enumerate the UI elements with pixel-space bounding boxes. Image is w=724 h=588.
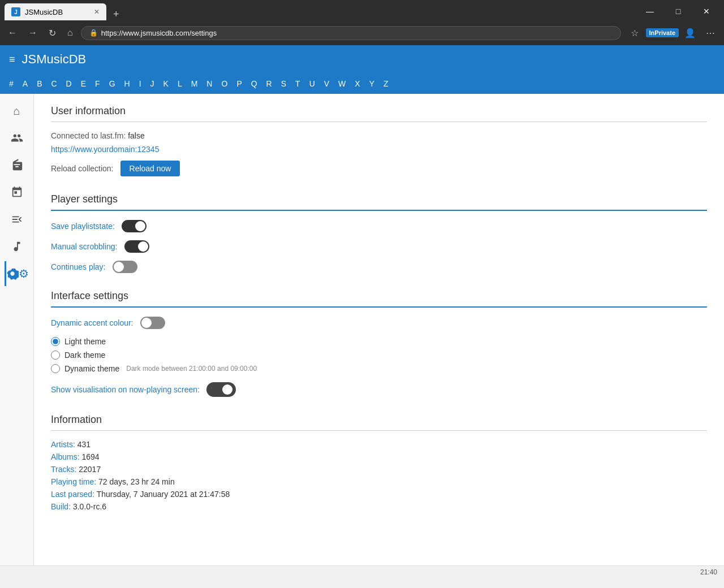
main-area: ⌂ ⚙	[0, 94, 724, 565]
interface-settings-section: Interface settings Dynamic accent colour…	[51, 290, 707, 397]
light-theme-radio[interactable]	[51, 337, 60, 346]
visualisation-label: Show visualisation on now-playing screen…	[51, 385, 200, 394]
reload-label: Reload collection:	[51, 164, 114, 173]
maximize-button[interactable]: □	[665, 2, 691, 20]
browser-actions: ☆ InPrivate 👤 ⋯	[626, 24, 719, 42]
address-bar: ← → ↻ ⌂ 🔒 https://www.jsmusicdb.com/sett…	[0, 20, 724, 45]
continues-play-toggle[interactable]	[113, 261, 137, 273]
dynamic-accent-label: Dynamic accent colour:	[51, 318, 133, 327]
user-info-title: User information	[51, 105, 707, 117]
alpha-nav-item-B[interactable]: B	[32, 77, 46, 90]
alpha-nav-item-I[interactable]: I	[135, 77, 146, 90]
lock-icon: 🔒	[89, 29, 98, 37]
albums-label: Albums:	[51, 452, 81, 461]
domain-row: https://www.yourdomain:12345	[51, 145, 707, 154]
information-section: Information Artists: 431 Albums: 1694 Tr…	[51, 414, 707, 511]
lastfm-value: false	[128, 131, 145, 140]
forward-button[interactable]: →	[25, 25, 41, 40]
alpha-nav-item-N[interactable]: N	[202, 77, 217, 90]
alpha-nav-item-M[interactable]: M	[187, 77, 202, 90]
interface-settings-title: Interface settings	[51, 290, 707, 302]
alpha-nav-item-T[interactable]: T	[291, 77, 305, 90]
alpha-nav-item-P[interactable]: P	[232, 77, 246, 90]
favorites-icon[interactable]: ☆	[626, 24, 644, 42]
back-button[interactable]: ←	[5, 25, 20, 40]
build-value: 3.0.0-rc.6	[73, 502, 106, 511]
alpha-nav-item-F[interactable]: F	[90, 77, 105, 90]
sidebar-item-users[interactable]	[5, 126, 29, 150]
save-playliststate-toggle[interactable]	[122, 220, 146, 232]
home-button[interactable]: ⌂	[64, 25, 76, 40]
artists-label: Artists:	[51, 440, 77, 449]
last-parsed-label: Last parsed:	[51, 490, 97, 499]
save-playliststate-label: Save playliststate:	[51, 222, 115, 231]
dark-theme-row: Dark theme	[51, 351, 707, 360]
tab-close-button[interactable]: ✕	[94, 8, 100, 16]
alpha-nav-item-L[interactable]: L	[173, 77, 187, 90]
dynamic-accent-toggle[interactable]	[140, 317, 165, 329]
alpha-nav-item-W[interactable]: W	[334, 77, 350, 90]
settings-content: User information Connected to last.fm: f…	[34, 94, 724, 565]
alpha-nav-item-O[interactable]: O	[217, 77, 232, 90]
alpha-nav-item-G[interactable]: G	[105, 77, 120, 90]
playing-time-row: Playing time: 72 days, 23 hr 24 min	[51, 477, 707, 486]
refresh-button[interactable]: ↻	[45, 25, 59, 41]
active-tab[interactable]: J JSMusicDB ✕	[5, 3, 106, 20]
artists-value: 431	[77, 440, 90, 449]
alpha-nav-item-U[interactable]: U	[305, 77, 320, 90]
sidebar-item-playlist[interactable]	[5, 207, 29, 232]
alpha-nav-item-A[interactable]: A	[18, 77, 32, 90]
dark-theme-label[interactable]: Dark theme	[64, 351, 105, 360]
alpha-nav-item-J[interactable]: J	[146, 77, 159, 90]
tracks-label: Tracks:	[51, 465, 79, 474]
dynamic-theme-radio[interactable]	[51, 364, 60, 373]
domain-url[interactable]: https://www.yourdomain:12345	[51, 145, 159, 154]
alpha-nav-item-Z[interactable]: Z	[379, 77, 393, 90]
visualisation-toggle[interactable]	[206, 382, 236, 397]
light-theme-row: Light theme	[51, 337, 707, 346]
app-container: ≡ JSMusicDB #ABCDEFGHIJKLMNOPQRSTUVWXYZ …	[0, 45, 724, 565]
alpha-nav-item-Y[interactable]: Y	[365, 77, 379, 90]
lastfm-row: Connected to last.fm: false	[51, 131, 707, 140]
profile-button[interactable]: 👤	[681, 24, 699, 42]
tab-bar: J JSMusicDB ✕ + — □ ✕	[0, 0, 724, 20]
alpha-nav-item-R[interactable]: R	[262, 77, 277, 90]
alpha-nav-item-D[interactable]: D	[62, 77, 76, 90]
sidebar-item-calendar[interactable]	[5, 180, 29, 205]
menu-button[interactable]: ⋯	[701, 24, 719, 42]
player-settings-section: Player settings Save playliststate: Manu…	[51, 193, 707, 273]
sidebar-item-radio[interactable]	[5, 153, 29, 178]
url-bar[interactable]: 🔒 https://www.jsmusicdb.com/settings	[81, 26, 621, 40]
alpha-nav-item-E[interactable]: E	[76, 77, 90, 90]
close-button[interactable]: ✕	[693, 2, 719, 20]
window-controls: — □ ✕	[637, 2, 719, 20]
alpha-nav-item-#[interactable]: #	[5, 77, 18, 90]
alpha-nav-item-X[interactable]: X	[350, 77, 364, 90]
visualisation-row: Show visualisation on now-playing screen…	[51, 382, 707, 397]
build-label: Build:	[51, 502, 73, 511]
dark-theme-radio[interactable]	[51, 351, 60, 360]
tab-favicon: J	[11, 7, 20, 16]
sidebar-item-settings[interactable]: ⚙	[5, 261, 29, 286]
minimize-button[interactable]: —	[637, 2, 663, 20]
tracks-value: 22017	[79, 465, 101, 474]
new-tab-button[interactable]: +	[109, 8, 124, 20]
hamburger-icon[interactable]: ≡	[9, 54, 15, 66]
dynamic-theme-label[interactable]: Dynamic theme	[64, 364, 119, 373]
playing-time-label: Playing time:	[51, 477, 98, 486]
user-info-section: User information Connected to last.fm: f…	[51, 105, 707, 176]
continues-play-label: Continues play:	[51, 262, 106, 271]
light-theme-label[interactable]: Light theme	[64, 337, 106, 346]
sidebar-item-music[interactable]	[5, 234, 29, 259]
sidebar-item-home[interactable]: ⌂	[5, 98, 29, 123]
manual-scrobbling-toggle[interactable]	[124, 240, 149, 253]
playing-time-value: 72 days, 23 hr 24 min	[98, 477, 175, 486]
alpha-nav-item-V[interactable]: V	[320, 77, 334, 90]
alpha-nav-item-C[interactable]: C	[46, 77, 61, 90]
alpha-nav-item-K[interactable]: K	[159, 77, 173, 90]
alpha-nav-item-S[interactable]: S	[277, 77, 291, 90]
theme-radio-group: Light theme Dark theme Dynamic theme Dar…	[51, 337, 707, 373]
reload-now-button[interactable]: Reload now	[120, 161, 180, 176]
alpha-nav-item-Q[interactable]: Q	[247, 77, 262, 90]
alpha-nav-item-H[interactable]: H	[120, 77, 135, 90]
